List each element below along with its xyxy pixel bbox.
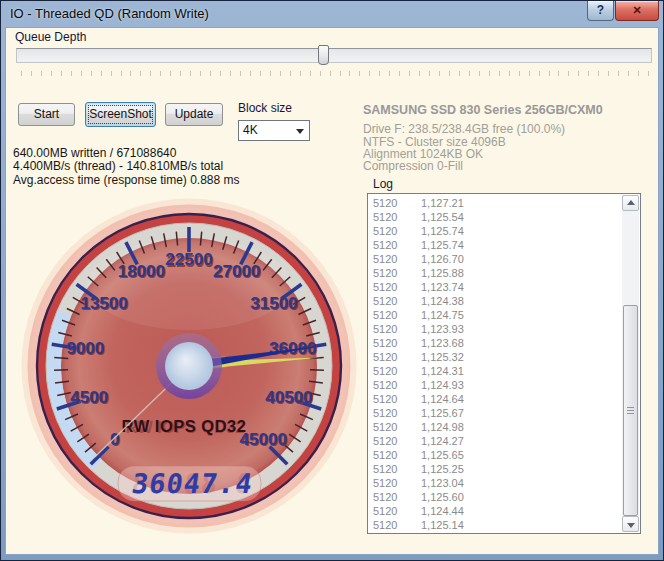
log-row[interactable]: 51201,126.70 (368, 252, 622, 266)
log-col-value: 1,123.04 (421, 476, 464, 490)
slider-tick (578, 71, 579, 76)
slider-tick (419, 71, 420, 76)
log-row[interactable]: 51201,125.25 (368, 462, 622, 476)
update-button[interactable]: Update (165, 103, 223, 126)
stat-access-time: Avg.access time (response time) 0.888 ms (13, 173, 240, 187)
slider-tick (479, 71, 480, 76)
log-col-qd: 5120 (368, 322, 421, 336)
start-button[interactable]: Start (18, 103, 75, 126)
app-window: IO - Threaded QD (Random Write) ? ✕ Queu… (0, 0, 664, 561)
log-col-value: 1,125.74 (421, 224, 464, 238)
slider-tick (140, 71, 141, 76)
log-scrollbar[interactable] (622, 195, 639, 532)
slider-tick (220, 71, 221, 76)
log-col-value: 1,125.65 (421, 448, 464, 462)
slider-tick (61, 71, 62, 76)
stat-written: 640.00MB written / 671088640 (13, 146, 176, 160)
iops-gauge: 0045004500900090001350013500180001800022… (9, 186, 369, 546)
scroll-up-button[interactable] (622, 195, 639, 211)
window-title: IO - Threaded QD (Random Write) (10, 6, 209, 21)
slider-tick (300, 71, 301, 76)
log-row[interactable]: 51201,125.32 (368, 350, 622, 364)
slider-tick (130, 71, 131, 76)
log-col-value: 1,125.74 (421, 238, 464, 252)
log-col-qd: 5120 (368, 504, 421, 518)
slider-tick (101, 71, 102, 76)
log-col-value: 1,124.93 (421, 378, 464, 392)
queue-depth-slider-thumb[interactable] (318, 45, 329, 65)
slider-tick (499, 71, 500, 76)
log-row[interactable]: 51201,125.65 (368, 448, 622, 462)
log-listbox[interactable]: 51201,127.2151201,125.5451201,125.745120… (367, 193, 641, 534)
log-row[interactable]: 51201,125.14 (368, 518, 622, 532)
needle-hub (165, 342, 213, 390)
log-row[interactable]: 51201,124.31 (368, 364, 622, 378)
scrollbar-thumb[interactable] (623, 305, 638, 516)
log-row[interactable]: 51201,125.88 (368, 266, 622, 280)
svg-text:45000: 45000 (240, 430, 287, 449)
log-row[interactable]: 51201,124.75 (368, 308, 622, 322)
log-col-value: 1,124.38 (421, 294, 464, 308)
log-row[interactable]: 51201,123.68 (368, 336, 622, 350)
log-col-value: 1,123.93 (421, 322, 464, 336)
log-row[interactable]: 51201,125.74 (368, 224, 622, 238)
chevron-down-icon (296, 129, 304, 138)
log-row[interactable]: 51201,125.67 (368, 406, 622, 420)
slider-tick (230, 71, 231, 76)
log-row[interactable]: 51201,124.44 (368, 504, 622, 518)
slider-tick (549, 71, 550, 76)
svg-text:13500: 13500 (80, 294, 127, 313)
slider-tick (568, 71, 569, 76)
log-row[interactable]: 51201,127.21 (368, 196, 622, 210)
slider-tick (280, 71, 281, 76)
log-rows: 51201,127.2151201,125.5451201,125.745120… (368, 196, 622, 532)
grip-icon (627, 407, 634, 415)
queue-depth-slider-track[interactable] (16, 48, 652, 63)
log-row[interactable]: 51201,124.98 (368, 420, 622, 434)
help-button[interactable]: ? (587, 1, 614, 21)
log-col-qd: 5120 (368, 378, 421, 392)
log-col-qd: 5120 (368, 490, 421, 504)
log-row[interactable]: 51201,123.93 (368, 322, 622, 336)
slider-tick (489, 71, 490, 76)
log-row[interactable]: 51201,124.64 (368, 392, 622, 406)
close-button[interactable]: ✕ (615, 1, 659, 21)
slider-tick (41, 71, 42, 76)
block-size-value: 4K (243, 123, 258, 137)
slider-tick (409, 71, 410, 76)
svg-text:27000: 27000 (213, 262, 260, 281)
slider-tick (160, 71, 161, 76)
block-size-select[interactable]: 4K (238, 120, 310, 141)
slider-tick (250, 71, 251, 76)
slider-tick (369, 71, 370, 76)
log-row[interactable]: 51201,124.38 (368, 294, 622, 308)
stat-speed: 4.400MB/s (thread) - 140.810MB/s total (13, 159, 223, 173)
log-col-qd: 5120 (368, 476, 421, 490)
log-col-qd: 5120 (368, 434, 421, 448)
slider-tick (618, 71, 619, 76)
log-row[interactable]: 51201,124.93 (368, 378, 622, 392)
log-col-qd: 5120 (368, 252, 421, 266)
log-col-value: 1,124.27 (421, 434, 464, 448)
scroll-down-button[interactable] (622, 516, 639, 532)
log-col-qd: 5120 (368, 224, 421, 238)
log-row[interactable]: 51201,123.74 (368, 280, 622, 294)
log-col-value: 1,124.31 (421, 364, 464, 378)
screenshot-button[interactable]: ScreenShot (85, 102, 156, 127)
svg-text:22500: 22500 (165, 250, 212, 269)
log-col-value: 1,125.88 (421, 266, 464, 280)
log-row[interactable]: 51201,125.60 (368, 490, 622, 504)
log-col-qd: 5120 (368, 406, 421, 420)
slider-tick (628, 71, 629, 76)
log-col-value: 1,125.32 (421, 350, 464, 364)
slider-tick (529, 71, 530, 76)
log-row[interactable]: 51201,124.27 (368, 434, 622, 448)
log-row[interactable]: 51201,123.04 (368, 476, 622, 490)
slider-tick (469, 71, 470, 76)
slider-tick (200, 71, 201, 76)
slider-tick (71, 71, 72, 76)
svg-text:18000: 18000 (118, 262, 165, 281)
log-row[interactable]: 51201,125.74 (368, 238, 622, 252)
log-row[interactable]: 51201,125.54 (368, 210, 622, 224)
slider-tick (608, 71, 609, 76)
